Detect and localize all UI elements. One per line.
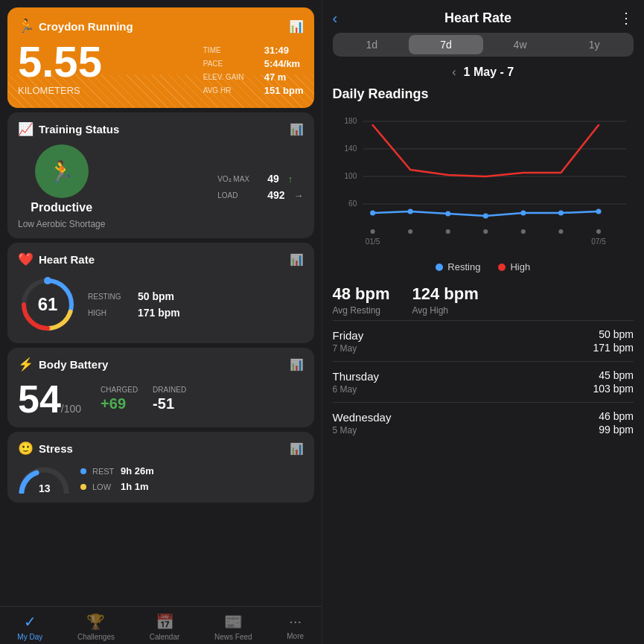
tab-4w[interactable]: 4w [483, 35, 558, 54]
rest-metric-value: 9h 26m [121, 465, 154, 476]
high-value: 171 bpm [138, 307, 180, 319]
friday-name: Friday [333, 329, 364, 342]
body-battery-card: ⚡ Body Battery 📊 54 /100 CHARGED +69 DRA… [7, 348, 314, 427]
battery-max-value: /100 [61, 403, 81, 415]
svg-point-20 [596, 209, 601, 214]
chart-svg: 180 140 100 60 [333, 106, 634, 255]
friday-date: 7 May [333, 343, 364, 354]
training-metrics: VO₂ MAX 49 ↑ LOAD 492 → [217, 173, 303, 201]
nav-my-day[interactable]: ✓ My Day [17, 613, 42, 641]
more-options-button[interactable]: ⋮ [619, 9, 634, 27]
nav-news-feed[interactable]: 📰 News Feed [214, 613, 252, 641]
svg-text:140: 140 [344, 144, 357, 153]
news-feed-label: News Feed [214, 633, 252, 641]
svg-text:100: 100 [344, 172, 357, 180]
stress-body: 13 REST 9h 26m LOW 1h 1m [18, 464, 304, 494]
tab-1d[interactable]: 1d [335, 35, 409, 54]
svg-point-25 [520, 229, 525, 234]
bar-chart-icon[interactable]: 📊 [289, 19, 304, 34]
stress-header: 🙂 Stress 📊 [18, 441, 304, 456]
day-row-thursday[interactable]: Thursday 6 May 45 bpm 103 bpm [333, 361, 634, 402]
hr-metrics: RESTING 50 bpm HIGH 171 bpm [88, 290, 180, 319]
left-panel: 🏃 Croydon Running 📊 5.55 KILOMETERS TIME… [0, 0, 322, 644]
rest-metric-row: REST 9h 26m [80, 465, 154, 476]
stress-metrics: REST 9h 26m LOW 1h 1m [80, 465, 154, 492]
training-status-title: 📈 Training Status [18, 121, 119, 137]
thursday-name: Thursday [333, 370, 380, 383]
svg-point-21 [370, 229, 374, 234]
date-back-arrow[interactable]: ‹ [452, 66, 456, 79]
vo2-arrow-icon: ↑ [288, 173, 293, 185]
nav-more[interactable]: ··· More [287, 613, 304, 641]
tab-7d[interactable]: 7d [409, 35, 483, 54]
heart-rate-chart: 180 140 100 60 [333, 106, 634, 255]
back-button[interactable]: ‹ [333, 10, 338, 27]
stress-label: Stress [39, 442, 73, 455]
legend-resting: Resting [436, 261, 480, 272]
nav-challenges[interactable]: 🏆 Challenges [77, 613, 115, 641]
svg-text:60: 60 [348, 200, 357, 208]
svg-point-24 [483, 229, 488, 234]
challenges-icon: 🏆 [86, 613, 105, 631]
right-panel: ‹ Heart Rate ⋮ 1d 7d 4w 1y ‹ 1 May - 7 D… [322, 0, 645, 644]
training-chart-icon[interactable]: 📊 [290, 123, 304, 136]
avg-high-label: Avg High [412, 305, 479, 316]
svg-point-18 [520, 211, 526, 216]
stat-row-time: TIME 31:49 [203, 45, 304, 56]
heart-icon: ❤️ [18, 252, 34, 267]
training-circle-icon: 🏃 [48, 159, 74, 184]
time-label: TIME [203, 46, 257, 54]
svg-point-4 [44, 277, 51, 284]
body-battery-title: ⚡ Body Battery [18, 357, 108, 372]
drained-value: -51 [153, 395, 186, 412]
bottom-navigation: ✓ My Day 🏆 Challenges 📅 Calendar 📰 News … [0, 606, 322, 644]
friday-resting: 50 bpm [599, 328, 634, 340]
stress-chart-icon[interactable]: 📊 [290, 442, 304, 456]
avg-stats: 48 bpm Avg Resting 124 bpm Avg High [322, 278, 645, 320]
tab-1y[interactable]: 1y [557, 35, 631, 54]
nav-calendar[interactable]: 📅 Calendar [150, 613, 180, 641]
vo2-value: 49 [267, 173, 279, 185]
svg-point-15 [407, 209, 412, 214]
chart-legend: Resting High [322, 255, 645, 278]
rest-dot [80, 468, 86, 474]
day-row-friday[interactable]: Friday 7 May 50 bpm 171 bpm [333, 320, 634, 361]
svg-point-27 [596, 229, 600, 234]
my-day-icon: ✓ [24, 613, 36, 631]
svg-point-23 [445, 229, 450, 234]
running-card[interactable]: 🏃 Croydon Running 📊 5.55 KILOMETERS TIME… [7, 7, 314, 108]
battery-chart-icon[interactable]: 📊 [290, 358, 304, 372]
day-row-wednesday[interactable]: Wednesday 5 May 46 bpm 99 bpm [333, 402, 634, 443]
daily-readings-label: Daily Readings [322, 83, 645, 106]
vo2-label: VO₂ MAX [217, 175, 258, 183]
svg-point-22 [408, 229, 412, 234]
battery-body: 54 /100 CHARGED +69 DRAINED -51 [18, 380, 304, 418]
friday-high: 171 bpm [593, 342, 634, 354]
map-background [7, 74, 314, 108]
load-label: LOAD [217, 191, 258, 200]
thursday-date: 6 May [333, 384, 380, 395]
drained-col: DRAINED -51 [153, 386, 186, 412]
body-battery-label: Body Battery [39, 358, 108, 371]
avg-resting-label: Avg Resting [333, 305, 390, 316]
battery-icon: ⚡ [18, 357, 34, 372]
svg-point-14 [370, 211, 375, 216]
run-icon: 🏃 [18, 18, 34, 34]
date-range-text: 1 May - 7 [464, 66, 514, 79]
legend-high: High [498, 261, 530, 272]
svg-point-16 [445, 211, 450, 217]
svg-text:13: 13 [39, 482, 51, 494]
svg-text:01/5: 01/5 [365, 237, 380, 246]
avg-resting-stat: 48 bpm Avg Resting [333, 284, 390, 316]
training-icon: 📈 [18, 121, 34, 137]
thursday-values: 45 bpm 103 bpm [593, 369, 634, 395]
training-body: 🏃 Productive Low Aerobic Shortage VO₂ MA… [18, 144, 304, 229]
low-metric-value: 1h 1m [121, 481, 149, 492]
heart-rate-label: Heart Rate [39, 253, 95, 266]
heart-rate-header: ❤️ Heart Rate 📊 [18, 252, 304, 267]
more-icon: ··· [289, 613, 302, 630]
svg-text:180: 180 [344, 117, 357, 125]
friday-info: Friday 7 May [333, 329, 364, 354]
hr-chart-icon[interactable]: 📊 [290, 253, 304, 267]
svg-point-19 [558, 211, 563, 216]
